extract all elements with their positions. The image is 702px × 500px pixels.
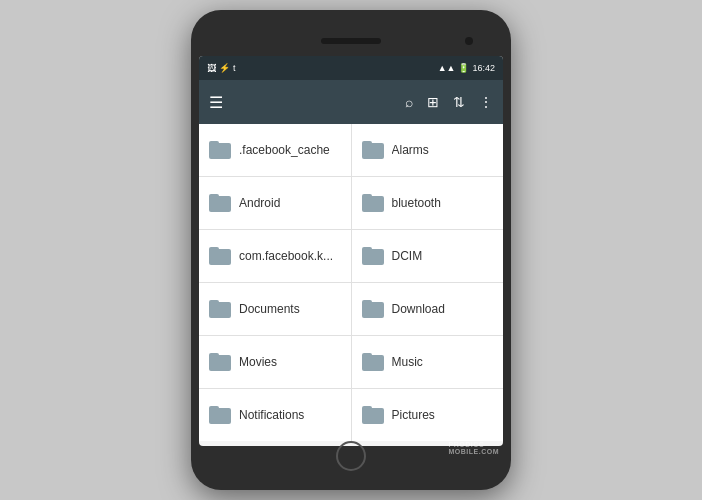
folder-icon	[209, 141, 231, 159]
status-bar: 🖼 ⚡ t ▲▲ 🔋 16:42	[199, 56, 503, 80]
phone-device: 🖼 ⚡ t ▲▲ 🔋 16:42 ☰ ⌕ ⊞ ⇅ ⋮	[191, 10, 511, 490]
folder-icon	[209, 353, 231, 371]
file-name: .facebook_cache	[239, 143, 341, 157]
file-name: Notifications	[239, 408, 341, 422]
file-name: bluetooth	[392, 196, 494, 210]
t-status-icon: t	[233, 63, 236, 73]
status-left-icons: 🖼 ⚡ t	[207, 63, 236, 73]
list-item[interactable]: DCIM	[352, 230, 504, 282]
list-item[interactable]: bluetooth	[352, 177, 504, 229]
search-icon[interactable]: ⌕	[405, 94, 413, 110]
file-name: Pictures	[392, 408, 494, 422]
folder-icon	[362, 300, 384, 318]
file-name: Alarms	[392, 143, 494, 157]
folder-icon	[362, 406, 384, 424]
menu-icon[interactable]: ☰	[209, 93, 223, 112]
signal-icon: ▲▲	[438, 63, 456, 73]
list-item[interactable]: Android	[199, 177, 351, 229]
home-button[interactable]	[336, 441, 366, 471]
file-name: Documents	[239, 302, 341, 316]
list-item[interactable]: Download	[352, 283, 504, 335]
file-name: Music	[392, 355, 494, 369]
status-right-icons: ▲▲ 🔋 16:42	[438, 63, 495, 73]
list-item[interactable]: Documents	[199, 283, 351, 335]
list-item[interactable]: Pictures	[352, 389, 504, 441]
phone-screen: 🖼 ⚡ t ▲▲ 🔋 16:42 ☰ ⌕ ⊞ ⇅ ⋮	[199, 56, 503, 446]
folder-icon	[209, 300, 231, 318]
file-name: Movies	[239, 355, 341, 369]
image-status-icon: 🖼	[207, 63, 216, 73]
more-options-icon[interactable]: ⋮	[479, 94, 493, 110]
time-display: 16:42	[472, 63, 495, 73]
file-name: Android	[239, 196, 341, 210]
folder-icon	[362, 247, 384, 265]
file-grid: .facebook_cache Alarms Android bluetooth…	[199, 124, 503, 441]
folder-icon	[209, 247, 231, 265]
folder-icon	[362, 194, 384, 212]
usb-status-icon: ⚡	[219, 63, 230, 73]
watermark: PRODICCMOBILE.COM	[449, 441, 500, 455]
speaker-grill	[321, 38, 381, 44]
list-item[interactable]: Music	[352, 336, 504, 388]
battery-icon: 🔋	[458, 63, 469, 73]
folder-icon	[362, 353, 384, 371]
sort-icon[interactable]: ⇅	[453, 94, 465, 110]
list-item[interactable]: com.facebook.k...	[199, 230, 351, 282]
phone-top-bar	[199, 30, 503, 52]
list-item[interactable]: .facebook_cache	[199, 124, 351, 176]
file-name: Download	[392, 302, 494, 316]
folder-icon	[209, 194, 231, 212]
list-item[interactable]: Movies	[199, 336, 351, 388]
folder-icon	[362, 141, 384, 159]
list-item[interactable]: Alarms	[352, 124, 504, 176]
list-item[interactable]: Notifications	[199, 389, 351, 441]
toolbar: ☰ ⌕ ⊞ ⇅ ⋮	[199, 80, 503, 124]
toolbar-actions: ⌕ ⊞ ⇅ ⋮	[405, 94, 493, 110]
file-name: DCIM	[392, 249, 494, 263]
file-name: com.facebook.k...	[239, 249, 341, 263]
front-camera	[465, 37, 473, 45]
folder-icon	[209, 406, 231, 424]
grid-view-icon[interactable]: ⊞	[427, 94, 439, 110]
